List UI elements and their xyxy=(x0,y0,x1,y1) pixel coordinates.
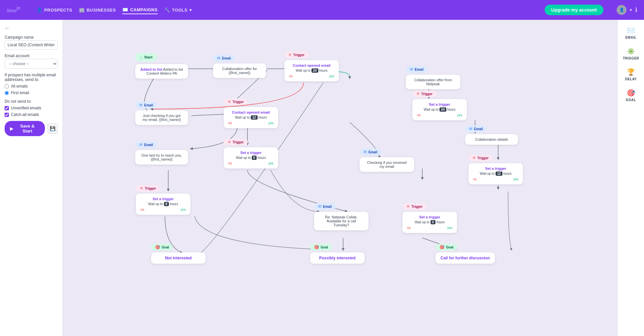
trigger3-yes: yes xyxy=(268,121,274,125)
prospects-icon: 👤 xyxy=(37,7,43,13)
trigger2-title: Set a trigger xyxy=(417,102,462,106)
trigger2-node[interactable]: ✳ Trigger Set a trigger Wait up to 24 ho… xyxy=(412,91,436,99)
unverified-checkbox[interactable]: Unverified emails xyxy=(5,106,58,110)
tools-icon: 🔧 xyxy=(164,7,170,13)
email-account-section: Email account -- choose -- xyxy=(5,54,58,69)
trigger6-wait: Wait up to 8 hours xyxy=(141,202,186,206)
save-start-button[interactable]: ▶ Save & Start xyxy=(5,121,45,136)
campaign-name-input[interactable] xyxy=(5,40,58,50)
all-emails-radio[interactable]: All emails xyxy=(5,84,58,89)
trigger1-icon: ✳ xyxy=(288,53,292,57)
trigger6-tag: Trigger xyxy=(145,187,156,190)
trigger2-hours-label: hours xyxy=(447,108,456,111)
email5-body: One last try to reach you, {{first_name}… xyxy=(140,153,183,161)
trigger3-no: no xyxy=(228,121,232,125)
trigger7-title: Set a trigger xyxy=(407,215,452,219)
nav-businesses[interactable]: 🏢 BUSINESSES xyxy=(79,6,116,14)
nav-tools[interactable]: 🔧 TOOLS ▾ xyxy=(164,6,192,14)
do-not-send-checkboxes: Unverified emails Catch-all emails xyxy=(5,106,58,117)
save-draft-button[interactable]: 💾 xyxy=(48,123,58,134)
email-account-label: Email account xyxy=(5,54,58,58)
trigger5-hours-label: hours xyxy=(503,172,512,175)
goal1-node[interactable]: 🎯 Goal Not interested xyxy=(151,244,173,252)
trigger6-hours-label: hours xyxy=(170,202,178,206)
email6-icon: ✉ xyxy=(364,150,367,154)
tool-email[interactable]: ✉️ EMAIL xyxy=(620,23,643,43)
trigger4-hours: 0 xyxy=(252,156,257,160)
email7-node[interactable]: ✉ Email Re: Netpeak Collab. Available fo… xyxy=(314,203,336,212)
email1-tag: Email xyxy=(222,56,231,60)
email-account-select[interactable]: -- choose -- xyxy=(5,59,58,69)
email1-node[interactable]: ✉ Email Collaboration offer for {{first_… xyxy=(213,55,235,63)
trigger4-yes: yes xyxy=(268,162,274,165)
trigger1-hours-label: hours xyxy=(319,69,328,72)
logo: Snovio xyxy=(7,5,20,14)
email5-tag: Email xyxy=(144,143,153,147)
main-nav: 👤 PROSPECTS 🏢 BUSINESSES ✉️ CAMPAIGNS 🔧 … xyxy=(37,6,192,14)
avatar[interactable]: 👤 xyxy=(617,5,627,15)
trigger5-node[interactable]: ✳ Trigger Set a trigger Wait up to 12 ho… xyxy=(468,155,493,163)
goal1-tag: Goal xyxy=(162,245,169,249)
trigger4-tag: Trigger xyxy=(233,140,244,144)
avatar-dropdown[interactable]: ▾ xyxy=(630,8,632,12)
tool-trigger[interactable]: ✳️ TRIGGER xyxy=(620,44,643,63)
info-icon[interactable]: ℹ xyxy=(635,6,637,14)
start-node[interactable]: ↓ Start Added to list Added to list Cont… xyxy=(135,53,157,64)
trigger5-title: Set a trigger xyxy=(473,167,518,170)
trigger4-wait: Wait up to 0 hours xyxy=(228,156,274,160)
trigger4-hours-label: hours xyxy=(258,156,266,160)
upgrade-button[interactable]: Upgrade my account xyxy=(545,5,603,15)
trigger1-node[interactable]: ✳ Trigger Contact opened email Wait up t… xyxy=(284,52,308,60)
email7-tag: Email xyxy=(323,205,332,208)
email4-node[interactable]: ✉ Email Collaboration details xyxy=(465,126,487,134)
email-send-radio-group: All emails First email xyxy=(5,84,58,95)
email2-icon: ✉ xyxy=(410,67,413,72)
email5-node[interactable]: ✉ Email One last try to reach you, {{fir… xyxy=(135,141,157,150)
tool-trigger-label: TRIGGER xyxy=(623,56,639,60)
tool-email-label: EMAIL xyxy=(626,36,637,39)
trigger4-node[interactable]: ✳ Trigger Set a trigger Wait up to 0 hou… xyxy=(224,139,248,147)
tool-email-icon: ✉️ xyxy=(627,26,635,34)
trigger3-wait: Wait up to 12 hours xyxy=(228,116,274,119)
first-email-radio[interactable]: First email xyxy=(5,91,58,95)
email6-node[interactable]: ✉ Email Checking if you received my emai… xyxy=(360,149,381,157)
trigger1-wait: Wait up to 24 hours xyxy=(289,69,334,72)
email3-node[interactable]: ✉ Email Just checking if you got my emai… xyxy=(135,102,157,110)
header-right: 👤 ▾ ℹ xyxy=(617,5,637,15)
nav-campaigns[interactable]: ✉️ CAMPAIGNS xyxy=(122,6,157,14)
trigger7-yes: yes xyxy=(447,226,452,230)
goal2-icon: 🎯 xyxy=(314,245,319,249)
trigger7-footer: no yes xyxy=(407,226,452,230)
back-button[interactable]: ← xyxy=(5,25,58,31)
multiple-email-label: If prospect has multiple email addresses… xyxy=(5,73,58,82)
campaign-canvas[interactable]: ↓ Start Added to list Added to list Cont… xyxy=(63,20,618,336)
campaign-name-label: Campaign name xyxy=(5,35,58,40)
do-not-send-label: Do not send to: xyxy=(5,99,58,104)
goal3-node[interactable]: 🎯 Goal Call for further discussion xyxy=(435,244,457,252)
email1-body: Collaboration offer for {{first_name}} xyxy=(218,67,261,75)
email2-node[interactable]: ✉ Email Collaboration offer from Netpeak xyxy=(406,66,428,75)
goal1-icon: 🎯 xyxy=(155,245,160,249)
trigger3-hours-label: hours xyxy=(259,116,267,119)
trigger2-tag: Trigger xyxy=(421,92,433,96)
goal2-node[interactable]: 🎯 Goal Possibly interested xyxy=(310,244,332,252)
email2-body: Collaboration offer from Netpeak xyxy=(410,78,456,86)
nav-prospects[interactable]: 👤 PROSPECTS xyxy=(37,6,72,14)
trigger6-node[interactable]: ✳ Trigger Set a trigger Wait up to 8 hou… xyxy=(136,185,160,194)
trigger7-node[interactable]: ✳ Trigger Set a trigger Wait up to 0 hou… xyxy=(402,203,427,212)
trigger2-hours: 24 xyxy=(439,107,446,112)
tool-goal[interactable]: 🎯 GOAL xyxy=(620,86,643,105)
trigger6-icon: ✳ xyxy=(140,186,143,191)
goal3-tag: Goal xyxy=(446,245,453,249)
email4-icon: ✉ xyxy=(469,127,472,131)
tool-trigger-icon: ✳️ xyxy=(627,47,635,55)
trigger5-tag: Trigger xyxy=(477,156,489,160)
catchall-checkbox[interactable]: Catch-all emails xyxy=(5,112,58,117)
trigger1-yes: yes xyxy=(329,74,334,78)
trigger3-node[interactable]: ✳ Trigger Contact opened email Wait up t… xyxy=(224,98,248,107)
tool-delay[interactable]: 🏆 DELAY xyxy=(620,65,643,84)
tool-goal-label: GOAL xyxy=(626,98,636,102)
email3-tag: Email xyxy=(144,103,153,107)
tool-delay-icon: 🏆 xyxy=(627,68,635,76)
businesses-icon: 🏢 xyxy=(79,7,85,13)
